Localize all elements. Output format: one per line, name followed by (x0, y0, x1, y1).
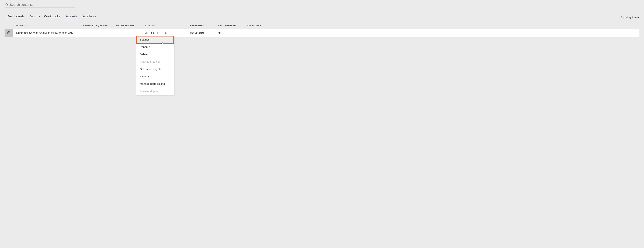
dataset-refreshed: 10/23/2019, (190, 31, 218, 35)
create-report-icon[interactable] (144, 31, 148, 35)
content-tabs: Dashboards Reports Workbooks Datasets Da… (7, 14, 96, 20)
col-name[interactable]: NAME (13, 24, 83, 27)
menu-analyze-excel: Analyze in Excel (136, 58, 174, 65)
svg-point-2 (8, 32, 10, 33)
dataset-name[interactable]: Customer Service Analytics for Dynamics … (13, 31, 83, 35)
svg-rect-4 (146, 32, 146, 34)
menu-delete[interactable]: Delete (136, 51, 174, 58)
table-header: NAME SENSITIVITY (preview) ENDORSEMENT A… (4, 23, 640, 29)
svg-point-18 (171, 33, 172, 33)
svg-line-16 (164, 33, 166, 34)
svg-point-19 (172, 33, 173, 33)
dataset-api-access: -- (246, 31, 640, 35)
svg-point-13 (166, 32, 166, 33)
menu-rename[interactable]: Rename (136, 43, 174, 51)
schedule-refresh-icon[interactable] (157, 31, 161, 35)
menu-quick-insights[interactable]: Get quick insights (136, 65, 174, 73)
more-options-icon[interactable] (170, 31, 173, 35)
search-container (5, 3, 75, 8)
svg-rect-3 (145, 33, 146, 34)
view-lineage-icon[interactable] (163, 31, 167, 35)
svg-point-0 (6, 3, 8, 5)
menu-settings[interactable]: Settings (136, 36, 174, 43)
col-endorsement[interactable]: ENDORSEMENT (116, 24, 144, 27)
col-sensitivity[interactable]: SENSITIVITY (preview) (83, 24, 116, 27)
workspace-content: Dashboards Reports Workbooks Datasets Da… (0, 0, 644, 103)
svg-line-1 (7, 5, 8, 6)
col-name-label: NAME (16, 24, 23, 27)
dataset-context-menu: Settings Rename Delete Analyze in Excel … (136, 36, 174, 95)
item-count-label: Showing 1 item (621, 16, 639, 20)
svg-rect-8 (158, 32, 160, 34)
tab-datasets[interactable]: Datasets (64, 14, 78, 20)
search-icon (5, 3, 8, 7)
tab-reports[interactable]: Reports (28, 14, 40, 20)
col-next-refresh[interactable]: NEXT REFRESH (218, 24, 246, 27)
sort-asc-icon (24, 24, 26, 27)
svg-point-17 (170, 33, 171, 33)
tab-dashboards[interactable]: Dashboards (7, 14, 24, 20)
tab-workbooks[interactable]: Workbooks (44, 14, 60, 20)
menu-settings-label: Settings (140, 38, 150, 41)
svg-line-15 (164, 32, 166, 33)
tab-dataflows[interactable]: Dataflows (82, 14, 96, 20)
refresh-now-icon[interactable] (150, 31, 154, 35)
dataset-sensitivity: — (83, 31, 116, 35)
menu-download-pbix: Download .pbix (136, 87, 174, 95)
svg-point-14 (166, 34, 166, 34)
col-actions: ACTIONS (144, 24, 190, 27)
svg-point-12 (164, 33, 164, 33)
dataset-type-icon (4, 29, 13, 37)
col-api-access[interactable]: API ACCESS (246, 24, 640, 27)
svg-rect-5 (147, 33, 148, 34)
search-input[interactable] (10, 3, 75, 7)
col-refreshed[interactable]: REFRESHED (190, 24, 218, 27)
table-row: Customer Service Analytics for Dynamics … (4, 29, 640, 37)
dataset-actions (144, 31, 190, 35)
datasets-table: NAME SENSITIVITY (preview) ENDORSEMENT A… (4, 23, 640, 37)
tabs-row: Dashboards Reports Workbooks Datasets Da… (4, 14, 640, 20)
svg-rect-7 (147, 32, 148, 32)
dataset-next-refresh: N/A (218, 31, 246, 35)
menu-security[interactable]: Security (136, 73, 174, 80)
menu-manage-permissions[interactable]: Manage permissions (136, 80, 174, 87)
